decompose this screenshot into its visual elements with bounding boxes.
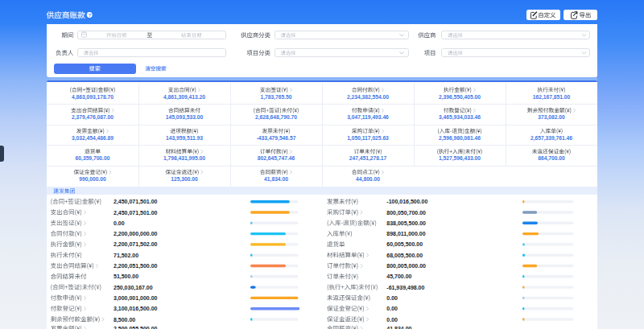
svg-text:864,700.00: 864,700.00: [538, 155, 565, 162]
svg-text:2,200,071,502.00: 2,200,071,502.00: [114, 241, 158, 248]
svg-text:800,050,700.00: 800,050,700.00: [386, 210, 426, 216]
svg-text:990,000.00: 990,000.00: [79, 176, 106, 183]
svg-text:247,451,278.17: 247,451,278.17: [349, 155, 387, 162]
svg-text:68,005,500.00: 68,005,500.00: [386, 253, 423, 259]
svg-text:125,300.00: 125,300.00: [171, 176, 198, 183]
svg-text:3,100,016,500.00: 3,100,016,500.00: [114, 306, 158, 312]
svg-text:44,800.00: 44,800.00: [356, 176, 380, 183]
svg-text:0.00: 0.00: [386, 295, 398, 301]
svg-text:4,861,309,413.20: 4,861,309,413.20: [163, 94, 205, 101]
svg-text:800,005,000.00: 800,005,000.00: [386, 263, 426, 269]
svg-text:1,798,431,995.00: 1,798,431,995.00: [163, 155, 205, 162]
svg-text:143,959,511.93: 143,959,511.93: [166, 135, 203, 142]
svg-text:-61,939,498.00: -61,939,498.00: [386, 285, 424, 291]
svg-text:145,093,533.00: 145,093,533.00: [166, 114, 204, 121]
svg-text:0.00: 0.00: [386, 317, 398, 323]
svg-text:162,167,851.00: 162,167,851.00: [533, 94, 571, 101]
svg-text:2,500,055,500.00: 2,500,055,500.00: [114, 326, 158, 329]
svg-text:71,502.00: 71,502.00: [114, 253, 138, 259]
svg-text:838,005,500.00: 838,005,500.00: [386, 220, 426, 227]
svg-text:0.00: 0.00: [114, 220, 125, 226]
svg-text:2,234,382,554.00: 2,234,382,554.00: [347, 94, 389, 101]
svg-text:802,645,747.46: 802,645,747.46: [258, 155, 295, 162]
svg-text:3,047,119,493.46: 3,047,119,493.46: [347, 114, 389, 121]
svg-text:250,030,167.00: 250,030,167.00: [114, 285, 153, 291]
svg-text:0.00: 0.00: [386, 306, 398, 311]
svg-text:60,005,500.00: 60,005,500.00: [386, 241, 423, 248]
svg-text:3,465,934,033.46: 3,465,934,033.46: [439, 114, 481, 121]
svg-text:3,032,454,486.89: 3,032,454,486.89: [72, 135, 114, 142]
svg-text:8,500.00: 8,500.00: [114, 317, 135, 323]
svg-text:2,657,339,761.46: 2,657,339,761.46: [530, 135, 572, 142]
svg-text:-433,479,546.57: -433,479,546.57: [257, 135, 296, 142]
svg-text:41,834.00: 41,834.00: [264, 176, 288, 183]
svg-text:3,000,001,000.00: 3,000,001,000.00: [114, 295, 158, 302]
svg-text:2,450,071,501.00: 2,450,071,501.00: [114, 210, 158, 216]
svg-text:2,379,476,087.00: 2,379,476,087.00: [72, 114, 114, 121]
svg-text:4,863,093,178.70: 4,863,093,178.70: [72, 94, 114, 101]
svg-text:45,700.00: 45,700.00: [386, 273, 411, 280]
svg-text:?: ?: [89, 13, 91, 18]
svg-text:2,396,550,405.00: 2,396,550,405.00: [439, 94, 481, 101]
svg-text:51,500.00: 51,500.00: [114, 273, 138, 280]
svg-text:2,200,000,000.00: 2,200,000,000.00: [114, 231, 158, 237]
svg-text:373,082.00: 373,082.00: [538, 114, 565, 121]
svg-text:2,450,071,501.00: 2,450,071,501.00: [114, 199, 158, 205]
svg-text:2,628,648,790.70: 2,628,648,790.70: [255, 114, 297, 121]
svg-text:41,834.00: 41,834.00: [386, 326, 411, 329]
svg-text:2,596,980,061.46: 2,596,980,061.46: [439, 135, 481, 142]
svg-text:1,783,765.50: 1,783,765.50: [260, 94, 291, 101]
svg-text:1,527,596,433.00: 1,527,596,433.00: [439, 155, 481, 162]
svg-text:898,011,000.00: 898,011,000.00: [386, 231, 425, 237]
svg-text:60,359,700.00: 60,359,700.00: [76, 155, 110, 162]
svg-text:1,050,117,025.63: 1,050,117,025.63: [347, 135, 389, 142]
svg-text:-100,016,500.00: -100,016,500.00: [386, 199, 427, 205]
svg-text:2,200,051,500.00: 2,200,051,500.00: [114, 263, 158, 269]
